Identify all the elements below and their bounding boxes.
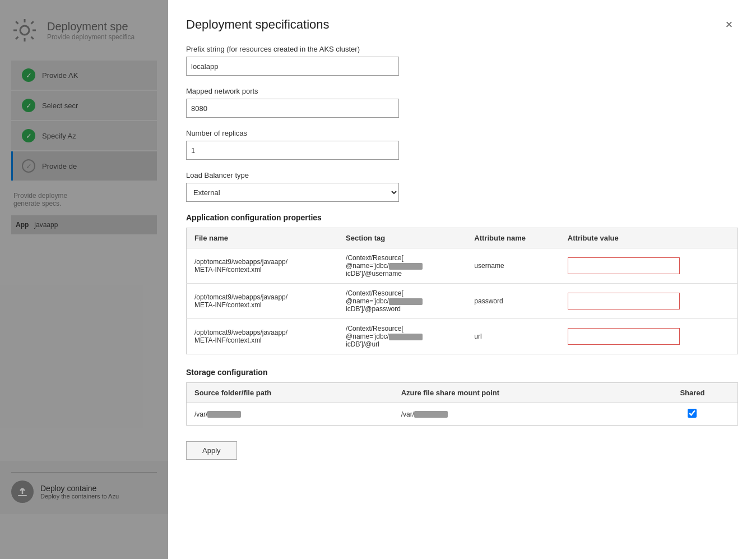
lb-label: Load Balancer type [186, 171, 738, 179]
prefix-input[interactable] [186, 57, 399, 76]
row1-attr-input[interactable] [568, 257, 680, 274]
row3-attrvalue [560, 319, 738, 354]
storage-mount: /var/ [393, 403, 647, 426]
storage-source: /var/ [187, 403, 393, 426]
storage-shared [647, 403, 738, 426]
prefix-label: Prefix string (for resources created in … [186, 45, 738, 53]
ports-group: Mapped network ports [186, 87, 738, 118]
replicas-input[interactable] [186, 141, 399, 160]
storage-col-source: Source folder/file path [187, 383, 393, 403]
app-config-table: File name Section tag Attribute name Att… [186, 228, 738, 354]
redacted-2 [389, 298, 423, 305]
app-config-row-1: /opt/tomcat9/webapps/javaapp/META-INF/co… [187, 248, 738, 284]
row2-attrname: password [466, 284, 559, 319]
app-config-row-2: /opt/tomcat9/webapps/javaapp/META-INF/co… [187, 284, 738, 319]
row1-attrname: username [466, 248, 559, 284]
row3-attr-input[interactable] [568, 328, 680, 345]
row3-attrname: url [466, 319, 559, 354]
modal-header: Deployment specifications × [168, 0, 756, 45]
row2-attrvalue [560, 284, 738, 319]
redacted-1 [389, 263, 423, 270]
storage-col-shared: Shared [647, 383, 738, 403]
app-config-heading: Application configuration properties [186, 213, 738, 222]
row3-filename: /opt/tomcat9/webapps/javaapp/META-INF/co… [187, 319, 338, 354]
replicas-label: Number of replicas [186, 129, 738, 137]
storage-heading: Storage configuration [186, 368, 738, 377]
storage-row-1: /var/ /var/ [187, 403, 738, 426]
apply-button[interactable]: Apply [186, 441, 237, 460]
modal-dialog: Deployment specifications × Prefix strin… [168, 0, 756, 559]
row3-section: /Context/Resource[@name='jdbc/ icDB']/@u… [338, 319, 466, 354]
row2-attr-input[interactable] [568, 293, 680, 309]
app-config-header-row: File name Section tag Attribute name Att… [187, 228, 738, 248]
redacted-source [207, 411, 241, 418]
redacted-3 [389, 334, 423, 340]
app-config-row-3: /opt/tomcat9/webapps/javaapp/META-INF/co… [187, 319, 738, 354]
ports-input[interactable] [186, 99, 399, 118]
row1-attrvalue [560, 248, 738, 284]
col-attrvalue: Attribute value [560, 228, 738, 248]
row1-section: /Context/Resource[@name='jdbc/ icDB']/@u… [338, 248, 466, 284]
col-attrname: Attribute name [466, 228, 559, 248]
col-section: Section tag [338, 228, 466, 248]
storage-header-row: Source folder/file path Azure file share… [187, 383, 738, 403]
modal-title: Deployment specifications [186, 17, 330, 32]
prefix-group: Prefix string (for resources created in … [186, 45, 738, 76]
lb-group: Load Balancer type External Internal Non… [186, 171, 738, 202]
shared-checkbox[interactable] [688, 409, 697, 418]
storage-table: Source folder/file path Azure file share… [186, 382, 738, 426]
redacted-mount [414, 411, 448, 418]
close-button[interactable]: × [720, 16, 738, 34]
lb-select[interactable]: External Internal None [186, 183, 399, 202]
row1-filename: /opt/tomcat9/webapps/javaapp/META-INF/co… [187, 248, 338, 284]
row2-section: /Context/Resource[@name='jdbc/ icDB']/@p… [338, 284, 466, 319]
storage-col-mount: Azure file share mount point [393, 383, 647, 403]
row2-filename: /opt/tomcat9/webapps/javaapp/META-INF/co… [187, 284, 338, 319]
col-filename: File name [187, 228, 338, 248]
replicas-group: Number of replicas [186, 129, 738, 160]
modal-body: Prefix string (for resources created in … [168, 45, 756, 559]
ports-label: Mapped network ports [186, 87, 738, 95]
